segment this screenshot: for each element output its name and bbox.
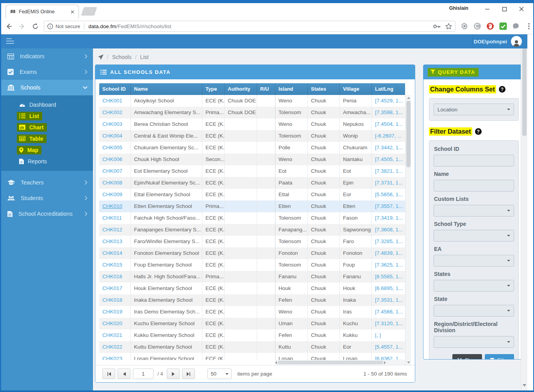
- scroll-down-icon[interactable]: [521, 383, 527, 388]
- school-id-link[interactable]: CHK015: [99, 259, 130, 271]
- school-id-link[interactable]: CHK014: [99, 247, 130, 259]
- window-minimize-button[interactable]: [479, 3, 496, 15]
- sidebar-item-indicators[interactable]: Indicators: [1, 48, 93, 64]
- stop-hand-extension-icon[interactable]: [486, 22, 495, 30]
- grid-horizontal-scrollbar[interactable]: [275, 360, 405, 365]
- scroll-up-icon[interactable]: [405, 95, 411, 100]
- latlng-link[interactable]: [7.3285, 1...: [371, 236, 405, 247]
- school-id-link[interactable]: CHK001: [99, 95, 130, 107]
- latlng-link[interactable]: [6.8362, 1...: [371, 353, 405, 360]
- school-id-link[interactable]: CHK010: [99, 200, 130, 212]
- sidebar-item-schools[interactable]: Schools: [1, 80, 93, 95]
- school-id-link[interactable]: CHK006: [99, 154, 130, 165]
- breadcrumb-item-schools[interactable]: Schools: [112, 54, 132, 60]
- first-page-button[interactable]: [102, 369, 115, 379]
- school-id-link[interactable]: CHK020: [99, 318, 130, 329]
- school-id-link[interactable]: CHK016: [99, 271, 130, 283]
- previous-page-button[interactable]: [118, 369, 130, 379]
- school-id-link[interactable]: CHK012: [99, 224, 130, 236]
- latlng-link[interactable]: [7.3419, 1...: [371, 212, 405, 224]
- sidebar-item-school-accreditations[interactable]: School Accreditations: [1, 206, 93, 222]
- latlng-link[interactable]: [6.6895, 1...: [371, 283, 405, 294]
- user-avatar[interactable]: [511, 36, 522, 47]
- sidebar-item-teachers[interactable]: Teachers: [1, 175, 93, 190]
- bookmark-star-icon[interactable]: [445, 23, 452, 30]
- filter-button[interactable]: Filter: [485, 354, 514, 360]
- school-id-link[interactable]: CHK013: [99, 236, 130, 247]
- latlng-link[interactable]: [7.3598, 1...: [371, 107, 405, 118]
- column-header[interactable]: Lat/Lng: [371, 83, 405, 95]
- window-close-button[interactable]: [513, 3, 530, 15]
- filter-region-district-electoral-division-select[interactable]: [434, 336, 514, 348]
- school-id-link[interactable]: CHK003: [99, 118, 130, 130]
- submenu-item-chart[interactable]: Chart: [1, 122, 93, 133]
- submenu-item-list[interactable]: List: [1, 110, 93, 122]
- help-question-icon[interactable]: ?: [499, 86, 505, 93]
- submenu-item-dashboard[interactable]: Dashboard: [1, 99, 93, 110]
- chat-bubble-extension-icon[interactable]: [512, 22, 520, 30]
- school-id-link[interactable]: CHK007: [99, 165, 130, 177]
- column-header[interactable]: Island: [275, 83, 307, 95]
- scroll-left-icon[interactable]: [275, 361, 277, 364]
- page-scrollbar[interactable]: [521, 34, 527, 390]
- scroll-right-icon[interactable]: [384, 361, 386, 364]
- page-scroll-thumb[interactable]: [522, 42, 527, 136]
- column-header[interactable]: Village: [339, 83, 371, 95]
- school-id-link[interactable]: CHK018: [99, 294, 130, 306]
- column-header[interactable]: States: [307, 83, 339, 95]
- filter-name-input[interactable]: [434, 180, 514, 192]
- submenu-item-map[interactable]: Map: [1, 144, 93, 156]
- filter-custom-lists-select[interactable]: [434, 205, 514, 217]
- latlng-link[interactable]: [7.3120, 1...: [371, 318, 405, 329]
- info-icon[interactable]: [47, 23, 53, 29]
- browser-menu-icon[interactable]: [525, 22, 533, 30]
- latlng-link[interactable]: [7.3442, 1...: [371, 142, 405, 154]
- reload-button[interactable]: [30, 21, 41, 32]
- filter-states-select[interactable]: [434, 280, 514, 292]
- sidebar-item-exams[interactable]: Exams: [1, 64, 93, 80]
- column-header[interactable]: Authority: [224, 83, 257, 95]
- user-menu[interactable]: DOE\pohnpei: [474, 34, 522, 48]
- latlng-link[interactable]: [8.5585, 1...: [371, 271, 405, 283]
- latlng-link[interactable]: [7.3625, 1...: [371, 259, 405, 271]
- url-bar[interactable]: Not secure data.doe.fm /FedEMIS/#/school…: [44, 21, 455, 32]
- gear-extension-icon[interactable]: [460, 22, 469, 30]
- latlng-link[interactable]: [, ]: [371, 329, 405, 341]
- school-id-link[interactable]: CHK005: [99, 142, 130, 154]
- new-tab-button[interactable]: [81, 7, 97, 16]
- latlng-link[interactable]: [7.3821, 1...: [371, 165, 405, 177]
- sidebar-toggle-icon[interactable]: [6, 38, 14, 45]
- latlng-link[interactable]: [7.4566, 1...: [371, 306, 405, 318]
- columns-set-select[interactable]: Location: [434, 104, 514, 115]
- grid-vertical-scrollbar[interactable]: [405, 95, 411, 365]
- school-id-link[interactable]: CHK021: [99, 329, 130, 341]
- tab-close-icon[interactable]: [69, 9, 75, 15]
- column-header[interactable]: School ID: [99, 83, 130, 95]
- latlng-link[interactable]: [7.4504, 1...: [371, 118, 405, 130]
- horizontal-scroll-thumb[interactable]: [278, 361, 383, 364]
- school-id-link[interactable]: CHK009: [99, 189, 130, 200]
- password-key-icon[interactable]: [433, 24, 441, 29]
- last-page-button[interactable]: [182, 369, 195, 379]
- page-size-select[interactable]: 50: [207, 369, 232, 379]
- submenu-item-reports[interactable]: Reports: [1, 156, 93, 167]
- filter-ea-select[interactable]: [434, 255, 514, 267]
- school-id-link[interactable]: CHK019: [99, 306, 130, 318]
- page-number-input[interactable]: [133, 369, 154, 379]
- breadcrumb-item-list[interactable]: List: [140, 54, 149, 60]
- latlng-link[interactable]: [7.3608, 1...: [371, 224, 405, 236]
- column-header[interactable]: Name: [130, 83, 202, 95]
- c-extension-icon[interactable]: [473, 22, 482, 30]
- latlng-link[interactable]: [7.3731, 1...: [371, 177, 405, 189]
- school-id-link[interactable]: CHK023: [99, 353, 130, 360]
- filter-school-id-input[interactable]: [434, 155, 514, 166]
- browser-tab[interactable]: FedEMIS Online: [5, 5, 79, 18]
- latlng-link[interactable]: [7.4839, 1...: [371, 247, 405, 259]
- filter-state-select[interactable]: [434, 305, 514, 317]
- next-page-button[interactable]: [167, 369, 180, 379]
- breadcrumb-home-icon[interactable]: [98, 54, 104, 60]
- latlng-link[interactable]: [7.4529, 1...: [371, 95, 405, 107]
- school-id-link[interactable]: CHK017: [99, 283, 130, 294]
- school-id-link[interactable]: CHK002: [99, 107, 130, 118]
- check-extension-icon[interactable]: [499, 22, 507, 30]
